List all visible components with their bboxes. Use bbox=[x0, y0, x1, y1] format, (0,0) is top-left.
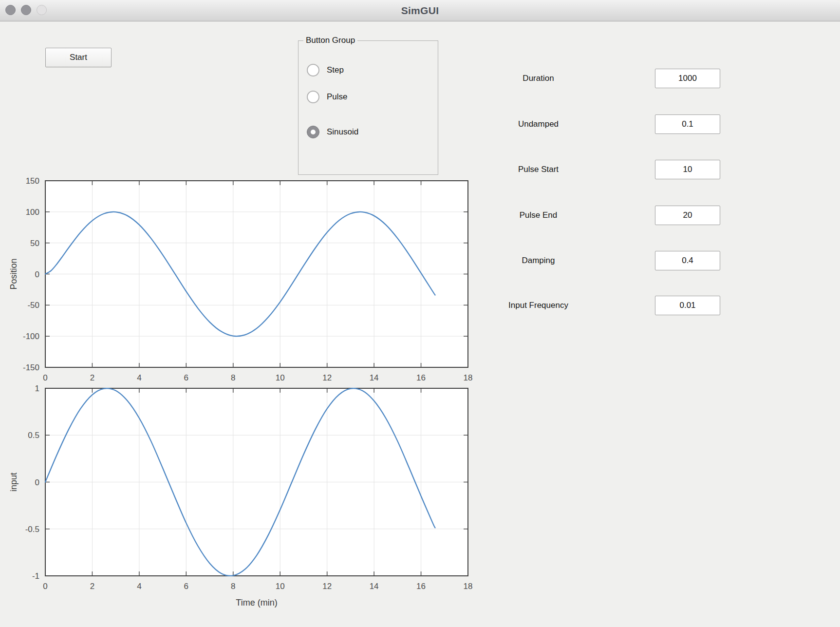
app-window: SimGUI Start Button Group Step Pulse Sin… bbox=[0, 0, 840, 627]
y-tick-label: -100 bbox=[23, 332, 39, 341]
x-tick-label: 4 bbox=[137, 373, 141, 382]
y-tick-label: 150 bbox=[26, 176, 39, 186]
x-tick-label: 4 bbox=[137, 582, 141, 591]
x-tick-label: 0 bbox=[43, 373, 47, 382]
x-tick-label: 8 bbox=[231, 373, 235, 382]
axes-position: 024681012141618-150-100-50050100150Posit… bbox=[9, 176, 472, 382]
x-tick-label: 0 bbox=[43, 582, 47, 591]
y-tick-label: 0.5 bbox=[28, 431, 39, 440]
x-tick-label: 18 bbox=[464, 582, 473, 591]
y-tick-label: 50 bbox=[30, 239, 39, 248]
x-axis-label: Time (min) bbox=[236, 598, 277, 608]
x-tick-label: 2 bbox=[90, 373, 94, 382]
y-tick-label: 0 bbox=[35, 270, 39, 279]
x-tick-label: 6 bbox=[184, 373, 188, 382]
x-tick-label: 6 bbox=[184, 582, 188, 591]
x-tick-label: 12 bbox=[322, 373, 332, 382]
x-tick-label: 2 bbox=[90, 582, 94, 591]
y-tick-label: 0 bbox=[35, 478, 39, 487]
y-tick-label: -150 bbox=[23, 363, 39, 372]
y-tick-label: 100 bbox=[26, 208, 39, 217]
y-tick-label: -1 bbox=[32, 571, 39, 581]
x-tick-label: 16 bbox=[416, 373, 426, 382]
x-tick-label: 14 bbox=[370, 373, 379, 382]
x-tick-label: 10 bbox=[276, 373, 285, 382]
y-tick-label: 1 bbox=[35, 384, 39, 393]
x-tick-label: 16 bbox=[416, 582, 426, 591]
x-tick-label: 10 bbox=[276, 582, 285, 591]
x-tick-label: 12 bbox=[322, 582, 332, 591]
x-tick-label: 8 bbox=[231, 582, 235, 591]
y-tick-label: -0.5 bbox=[25, 525, 39, 534]
y-tick-label: -50 bbox=[27, 301, 39, 310]
x-tick-label: 18 bbox=[464, 373, 473, 382]
plots-canvas: 024681012141618-150-100-50050100150Posit… bbox=[0, 0, 840, 627]
x-tick-label: 14 bbox=[370, 582, 379, 591]
y-axis-label: input bbox=[9, 473, 19, 492]
axes-input: 024681012141618-1-0.500.51inputTime (min… bbox=[9, 384, 472, 608]
y-axis-label: Position bbox=[9, 258, 19, 289]
